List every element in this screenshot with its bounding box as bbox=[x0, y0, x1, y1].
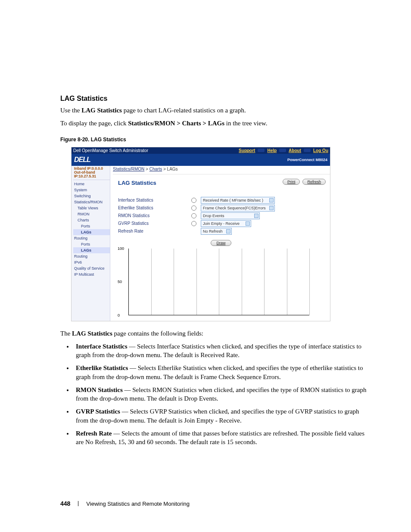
radio-button[interactable] bbox=[191, 205, 196, 211]
tree-item[interactable]: System bbox=[73, 187, 110, 193]
separator-icon bbox=[258, 149, 265, 152]
nav-tree: Inband IP:0.0.0.0 Out-of-band IP:10.27.5… bbox=[72, 166, 110, 321]
tree-item[interactable]: Ports bbox=[73, 223, 110, 229]
radio-button[interactable] bbox=[191, 198, 196, 203]
intro-paragraph-2: To display the page, click Statistics/RM… bbox=[60, 119, 368, 128]
bullet-term: Etherlike Statistics bbox=[76, 364, 128, 371]
ip-info: Inband IP:0.0.0.0 Out-of-band IP:10.27.5… bbox=[73, 167, 110, 180]
app-body: Inband IP:0.0.0.0 Out-of-band IP:10.27.5… bbox=[72, 166, 330, 321]
tree-item[interactable]: Table Views bbox=[73, 205, 110, 211]
row-label: Interface Statistics bbox=[118, 198, 191, 202]
tree-item[interactable]: Home bbox=[73, 181, 110, 187]
tree-item[interactable]: Statistics/RMON bbox=[73, 199, 110, 205]
bullet-item: Interface Statistics — Selects Interface… bbox=[73, 342, 368, 360]
link-about[interactable]: About bbox=[287, 148, 303, 153]
tree-item[interactable]: Charts bbox=[73, 217, 110, 223]
tree-item[interactable]: Routing bbox=[73, 253, 110, 259]
dropdown[interactable]: Received Rate ( MFrame Bits/sec ) bbox=[201, 197, 275, 204]
chart-gridline bbox=[264, 249, 265, 315]
tree-item[interactable]: IP Multicast bbox=[73, 271, 110, 277]
stat-row: Refresh RateNo Refresh bbox=[118, 227, 327, 235]
radio-button[interactable] bbox=[191, 221, 196, 226]
bullet-item: Etherlike Statistics — Selects Etherlike… bbox=[73, 364, 368, 381]
titlebar-links: Support Help About Log Ou bbox=[237, 148, 330, 153]
stat-row: GVRP StatisticsJoin Empty - Receive bbox=[118, 220, 327, 227]
window-title: Dell OpenManage Switch Administrator bbox=[73, 148, 148, 153]
dropdown[interactable]: Drop Events bbox=[201, 212, 260, 219]
stat-row: RMON StatisticsDrop Events bbox=[118, 212, 327, 220]
bullet-term: GVRP Statistics bbox=[76, 408, 120, 415]
section-heading: LAG Statistics bbox=[60, 95, 368, 103]
chart-ytick: 100 bbox=[118, 246, 124, 251]
chart-ytick: 50 bbox=[118, 280, 122, 284]
tree-item[interactable]: RMON bbox=[73, 211, 110, 217]
tree-item[interactable]: Ports bbox=[73, 241, 110, 247]
bullet-item: GVRP Statistics — Selects GVRP Statistic… bbox=[73, 407, 368, 425]
chart-gridline bbox=[309, 249, 310, 315]
tree-item[interactable]: Switching bbox=[73, 193, 110, 199]
tree-item[interactable]: LAGs bbox=[73, 247, 110, 253]
chart-gridline bbox=[151, 249, 152, 315]
tree-item[interactable]: LAGs bbox=[73, 229, 110, 235]
breadcrumb: Statistics/RMON > Charts > LAGs bbox=[113, 166, 330, 174]
breadcrumb-link[interactable]: Statistics/RMON bbox=[113, 167, 144, 171]
bullet-term: Interface Statistics bbox=[76, 343, 128, 350]
chart-ytick: 0 bbox=[118, 313, 120, 317]
figure-caption: Figure 8-20. LAG Statistics bbox=[60, 137, 368, 143]
chart-gridline bbox=[287, 249, 287, 315]
bullet-term: Refresh Rate bbox=[76, 430, 112, 437]
main-panel: Statistics/RMON > Charts > LAGs LAG Stat… bbox=[110, 166, 330, 321]
row-label: RMON Statistics bbox=[118, 213, 191, 218]
chart-gridline bbox=[242, 249, 242, 315]
intro-paragraph-1: Use the LAG Statistics page to chart LAG… bbox=[60, 106, 368, 115]
stat-row: Interface StatisticsReceived Rate ( MFra… bbox=[118, 196, 327, 204]
window-titlebar: Dell OpenManage Switch Administrator Sup… bbox=[72, 147, 330, 154]
separator-icon bbox=[279, 149, 286, 152]
tree-item[interactable]: Routing bbox=[73, 235, 110, 241]
refresh-button[interactable]: Refresh bbox=[302, 179, 326, 185]
row-label: Refresh Rate bbox=[118, 229, 191, 233]
screenshot: Dell OpenManage Switch Administrator Sup… bbox=[71, 147, 330, 321]
page-footer: 448 Viewing Statistics and Remote Monito… bbox=[60, 500, 190, 507]
text-bold: Statistics/RMON > Charts > LAGs bbox=[128, 120, 224, 127]
row-label: GVRP Statistics bbox=[118, 221, 191, 226]
panel-title: LAG Statistics bbox=[115, 176, 156, 188]
breadcrumb-link[interactable]: Charts bbox=[149, 167, 162, 171]
brand-bar: DELL PowerConnect M8024 bbox=[72, 154, 330, 166]
fields-intro: The LAG Statistics page contains the fol… bbox=[60, 329, 368, 338]
oob-ip: Out-of-band IP:10.27.5.31 bbox=[74, 171, 110, 179]
bullet-item: Refresh Rate — Selects the amount of tim… bbox=[73, 429, 368, 447]
draw-button[interactable]: Draw bbox=[211, 240, 231, 246]
dropdown[interactable]: Frame Check Sequence(FCS)Errors bbox=[201, 205, 275, 212]
text-bold: LAG Statistics bbox=[81, 107, 122, 114]
footer-separator bbox=[78, 501, 78, 506]
stat-row: Etherlike StatisticsFrame Check Sequence… bbox=[118, 204, 327, 212]
print-button[interactable]: Print bbox=[283, 179, 300, 185]
tree-item[interactable]: Quality of Service bbox=[73, 265, 110, 271]
draw-wrap: Draw bbox=[115, 238, 327, 249]
content-panel: LAG Statistics Print Refresh Interface S… bbox=[113, 174, 330, 315]
dropdown[interactable]: No Refresh bbox=[201, 228, 232, 235]
tree-item[interactable]: IPv6 bbox=[73, 259, 110, 265]
text: The bbox=[60, 330, 72, 337]
field-bullets: Interface Statistics — Selects Interface… bbox=[73, 342, 368, 447]
chart-area: 050100 bbox=[128, 249, 309, 315]
stat-rows: Interface StatisticsReceived Rate ( MFra… bbox=[115, 192, 327, 238]
link-logout[interactable]: Log Ou bbox=[311, 148, 330, 153]
text: To display the page, click bbox=[60, 120, 128, 127]
panel-header: LAG Statistics Print Refresh bbox=[115, 176, 327, 188]
link-support[interactable]: Support bbox=[237, 148, 257, 153]
bullet-term: RMON Statistics bbox=[76, 386, 123, 393]
dropdown[interactable]: Join Empty - Receive bbox=[201, 220, 251, 227]
text: in the tree view. bbox=[224, 120, 267, 127]
text-bold: LAG Statistics bbox=[72, 330, 112, 337]
breadcrumb-current: LAGs bbox=[167, 167, 178, 171]
row-label: Etherlike Statistics bbox=[118, 205, 191, 210]
radio-button[interactable] bbox=[191, 213, 196, 218]
text: page to chart LAG-related statistics on … bbox=[122, 107, 246, 114]
chart-gridline bbox=[174, 249, 174, 315]
panel-buttons: Print Refresh bbox=[283, 179, 327, 185]
text: Use the bbox=[60, 107, 81, 114]
product-name: PowerConnect M8024 bbox=[287, 158, 327, 162]
link-help[interactable]: Help bbox=[265, 148, 278, 153]
